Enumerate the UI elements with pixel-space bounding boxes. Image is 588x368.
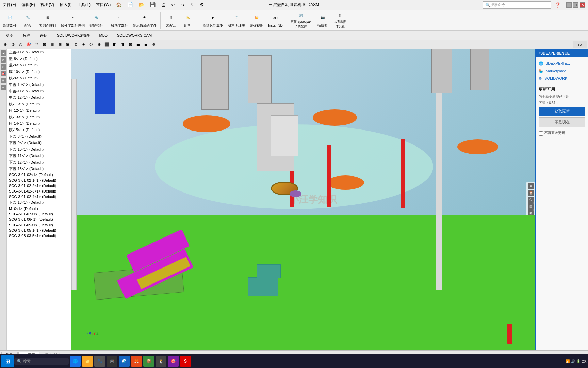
toolbar-icon-redo[interactable]: ↪ [181, 2, 185, 8]
maximize-button[interactable]: □ [573, 2, 578, 8]
view-icon-17[interactable]: ⊟ [127, 41, 134, 48]
tree-item[interactable]: SCG-3-01-05-1<1> (Default) [7, 228, 71, 233]
view-icon-12[interactable]: ⬡ [87, 41, 95, 48]
menu-tools[interactable]: 工具(T) [77, 2, 91, 8]
toolbar-icon-2[interactable]: 📄 [127, 2, 133, 8]
taskbar-app-1[interactable]: 🐾 [94, 356, 105, 367]
tree-item[interactable]: SCG-3-01-02-4<1> (Default) [7, 194, 71, 199]
taskbar-app-7[interactable]: 🎯 [168, 356, 179, 367]
view-icon-1[interactable]: ⊕ [1, 41, 9, 48]
toolbar-show-hide[interactable]: 👁 显示隐藏的零件 [131, 11, 158, 30]
minimize-button[interactable]: ─ [566, 2, 572, 8]
toolbar-assemble[interactable]: ⚙ 装配... [163, 11, 179, 30]
toolbar-bom[interactable]: 📋 材料明细表 [226, 11, 247, 30]
toolbar-tab-evaluate[interactable]: 评估 [35, 32, 52, 39]
vp-icon-1[interactable]: ◈ [528, 183, 534, 189]
left-icon-6[interactable]: ✏ [1, 85, 6, 90]
toolbar-component-pattern[interactable]: ⊞ 零部件阵列 [37, 11, 58, 30]
tree-item[interactable]: 膜-9<1> (Default) [7, 75, 71, 81]
taskbar-app-3[interactable]: 🌊 [119, 356, 130, 367]
taskbar-solidworks[interactable]: S [180, 356, 191, 367]
tree-item[interactable]: 下盖-10<1> (Default) [7, 146, 71, 153]
toolbar-mate[interactable]: 🔧 配合 [20, 11, 36, 30]
toolbar-icon-options[interactable]: ⚙ [200, 2, 204, 8]
tree-item[interactable]: 盖-9<1> (Default) [7, 62, 71, 68]
start-button[interactable]: ⊞ [1, 355, 14, 367]
exp-item-marketplace[interactable]: 🏪 Marketplace [539, 67, 585, 75]
toolbar-icon-4[interactable]: 💾 [150, 2, 156, 8]
view-icon-11[interactable]: ◈ [80, 41, 87, 48]
view-orient-cube[interactable]: 3D [573, 41, 587, 48]
tree-item[interactable]: 下盖-13<1> (Default) [7, 166, 71, 172]
skip-update-button[interactable]: 不是现在 [539, 117, 585, 127]
view-icon-8[interactable]: ⊞ [56, 41, 64, 48]
tree-item[interactable]: 膜-15<1> (Default) [7, 127, 71, 133]
menu-view[interactable]: 视图(V) [40, 2, 54, 8]
toolbar-tab-mbd[interactable]: MBD [95, 32, 112, 39]
view-icon-16[interactable]: ◨ [119, 41, 126, 48]
menu-edit[interactable]: 编辑(E) [21, 2, 35, 8]
taskbar-explorer[interactable]: 📁 [82, 356, 93, 367]
toolbar-instant3d[interactable]: 3D Instant3D [266, 11, 284, 30]
cad-viewport[interactable]: 小汪学知识 →X ↑Y Z ◈ 🏠 ⬡ ▤ ⊞ [71, 49, 535, 350]
view-icon-14[interactable]: ⬛ [103, 41, 111, 48]
tray-battery[interactable]: 🔋 [576, 359, 581, 363]
exp-item-solidworks[interactable]: ⚙ SOLIDWORK... [539, 75, 585, 82]
toolbar-icon-5[interactable]: 🖨 [161, 2, 166, 8]
tray-wifi[interactable]: 📶 [566, 359, 570, 363]
view-icon-13[interactable]: ⊕ [95, 41, 103, 48]
tree-item[interactable]: 下盖-8<1> (Default) [7, 133, 71, 140]
help-icon[interactable]: ❓ [555, 2, 561, 8]
view-icon-3[interactable]: ◎ [17, 41, 24, 48]
taskbar-app-4[interactable]: 🦊 [131, 356, 142, 367]
tree-item[interactable]: M10<1> (Default) [7, 206, 71, 211]
view-icon-2[interactable]: ⊗ [9, 41, 17, 48]
tree-item[interactable]: 中盖-12<1> (Default) [7, 94, 71, 101]
tree-item[interactable]: SCG-3-03-03-5<1> (Default) [7, 233, 71, 239]
left-icon-1[interactable]: ◀ [1, 50, 6, 56]
view-icon-20[interactable]: ⚙ [150, 41, 158, 48]
toolbar-icon-undo[interactable]: ↩ [171, 2, 175, 8]
view-icon-6[interactable]: ⊟ [40, 41, 48, 48]
left-icon-4[interactable]: 🎯 [1, 71, 6, 76]
toolbar-tab-sketch[interactable]: 草图 [1, 32, 18, 39]
toolbar-tab-annotation[interactable]: 标注 [18, 32, 35, 39]
search-bar[interactable]: 🔍 搜索命令 [483, 1, 551, 9]
tree-item[interactable]: 上盖-11<1> (Default) [7, 49, 71, 56]
menu-file[interactable]: 文件(F) [3, 2, 16, 8]
toolbar-linear-pattern[interactable]: ≡ 线性零部件阵列 [59, 11, 86, 30]
taskbar-browser[interactable]: 🌐 [70, 356, 81, 367]
toolbar-update-speedpak[interactable]: 🔄 更新 Speedpak子装配体 [289, 11, 313, 30]
vp-icon-2[interactable]: 🏠 [528, 190, 534, 196]
view-icon-5[interactable]: ⬚ [33, 41, 40, 48]
toolbar-move-component[interactable]: ↔ 移动零部件 [109, 11, 130, 30]
tray-volume[interactable]: 🔊 [571, 359, 575, 363]
tree-item[interactable]: SCG-3-01-06<1> (Default) [7, 217, 71, 222]
taskbar-app-5[interactable]: 📦 [143, 356, 154, 367]
tree-item[interactable]: 膜-14<1> (Default) [7, 120, 71, 127]
view-icon-4[interactable]: 🎯 [25, 41, 32, 48]
tree-item[interactable]: SCG-3-01-05<1> (Default) [7, 222, 71, 228]
tree-item[interactable]: 膜-12<1> (Default) [7, 107, 71, 114]
tree-item[interactable]: SCG-3-01-02-2<1> (Default) [7, 183, 71, 188]
tree-item[interactable]: 中盖-10<1> (Default) [7, 81, 71, 88]
toolbar-icon-1[interactable]: 🏠 [116, 2, 122, 8]
toolbar-icon-cursor[interactable]: ↖ [190, 2, 194, 8]
tree-item[interactable]: 中盖-11<1> (Default) [7, 88, 71, 94]
tree-item[interactable]: SCG-3-01-02-1<1> (Default) [7, 178, 71, 183]
tree-item[interactable]: SCG-3-01-02-3<1> (Default) [7, 188, 71, 194]
view-icon-15[interactable]: ◧ [111, 41, 118, 48]
toolbar-icon-3[interactable]: 📂 [138, 2, 144, 8]
tree-item[interactable]: 膜-13<1> (Default) [7, 114, 71, 120]
taskbar-app-6[interactable]: 🐧 [156, 356, 166, 367]
view-icon-19[interactable]: ☷ [142, 41, 150, 48]
view-icon-18[interactable]: ☰ [134, 41, 142, 48]
close-button[interactable]: ✕ [580, 2, 585, 8]
toolbar-reference[interactable]: 📐 参考... [180, 11, 197, 30]
menu-insert[interactable]: 插入(I) [60, 2, 71, 8]
vp-icon-4[interactable]: ▤ [528, 203, 534, 210]
toolbar-explode[interactable]: 💥 爆炸视图 [248, 11, 265, 30]
no-update-checkbox[interactable] [539, 131, 543, 136]
toolbar-large-assembly[interactable]: ⚙ 大型装配体设置 [332, 11, 348, 30]
toolbar-new-part[interactable]: 📄 新建部件 [1, 11, 18, 30]
